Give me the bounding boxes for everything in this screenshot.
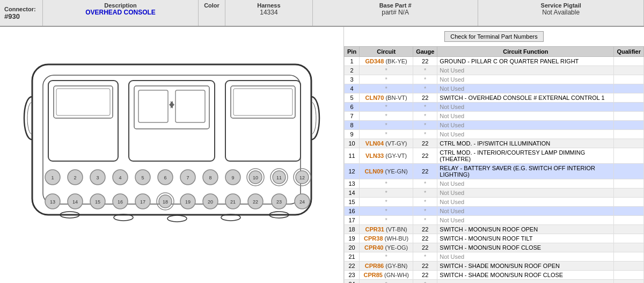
gauge: *: [413, 198, 437, 207]
pin-row-2: 13 14 15 16 17 18: [45, 193, 310, 210]
circuit-function: Not Used: [437, 103, 614, 112]
table-row: 18CPR31 (VT-BN)22SWITCH - MOON/SUN ROOF …: [345, 225, 644, 234]
qualifier: [614, 198, 644, 207]
pin-number: 7: [345, 112, 360, 121]
gauge: *: [413, 188, 437, 198]
harness-value: 14334: [230, 9, 308, 16]
circuit-code: GD348 (BK-YE): [360, 57, 413, 66]
circuit-code: CLN09 (YE-GN): [360, 164, 413, 179]
svg-text:2: 2: [74, 175, 76, 180]
pin-number: 1: [345, 57, 360, 66]
gauge: *: [413, 75, 437, 84]
gauge: 22: [413, 225, 437, 234]
pin-number: 16: [345, 207, 360, 216]
svg-text:16: 16: [118, 199, 123, 205]
pin-number: 11: [345, 148, 360, 164]
svg-text:15: 15: [95, 199, 100, 205]
pin-number: 22: [345, 262, 360, 271]
description-section: Description OVERHEAD CONSOLE: [43, 0, 199, 26]
circuit-code: CPR40 (YE-OG): [360, 243, 413, 252]
table-row: 6**Not Used: [345, 103, 644, 112]
svg-rect-5: [129, 81, 215, 161]
circuit-function: SWITCH - MOON/SUN ROOF CLOSE: [437, 243, 614, 252]
circuit-function: Not Used: [437, 75, 614, 84]
svg-text:3: 3: [96, 175, 99, 180]
table-row: 12CLN09 (YE-GN)22RELAY - BATTERY SAVER (…: [345, 164, 644, 179]
circuit-code: *: [360, 75, 413, 84]
circuit-function: SWITCH - OVERHEAD CONSOLE # EXTERNAL CON…: [437, 93, 614, 103]
svg-text:4: 4: [119, 175, 121, 180]
svg-rect-7: [138, 90, 168, 122]
circuit-code: *: [360, 216, 413, 225]
gauge: 22: [413, 164, 437, 179]
circuit-function: SWITCH - MOON/SUN ROOF OPEN: [437, 225, 614, 234]
description-label: Description: [47, 2, 194, 9]
col-pin: Pin: [345, 47, 360, 57]
circuit-code: *: [360, 103, 413, 112]
gauge: *: [413, 207, 437, 216]
pin-number: 17: [345, 216, 360, 225]
pin-number: 12: [345, 164, 360, 179]
pin-number: 10: [345, 139, 360, 148]
gauge: 22: [413, 243, 437, 252]
pin-number: 9: [345, 130, 360, 139]
pin-row-1: 1 2 3 4 5 6: [45, 169, 311, 186]
circuit-function: CTRL MOD. - IP/SWITCH ILLUMINATION: [437, 139, 614, 148]
circuit-function: Not Used: [437, 207, 614, 216]
table-row: 8**Not Used: [345, 121, 644, 130]
qualifier: [614, 234, 644, 243]
svg-text:8: 8: [209, 175, 211, 180]
circuit-code: VLN33 (GY-VT): [360, 148, 413, 164]
qualifier: [614, 57, 644, 66]
qualifier: [614, 130, 644, 139]
qualifier: [614, 216, 644, 225]
circuit-function: GROUND - PILLAR C OR QUARTER PANEL RIGHT: [437, 57, 614, 66]
svg-text:24: 24: [299, 199, 305, 205]
circuit-code: *: [360, 121, 413, 130]
svg-text:9: 9: [231, 175, 234, 180]
pin-number: 5: [345, 93, 360, 103]
table-row: 22CPR86 (GY-BN)22SWITCH - SHADE MOON/SUN…: [345, 262, 644, 271]
table-row: 16**Not Used: [345, 207, 644, 216]
svg-rect-13: [233, 89, 292, 115]
connector-label: Connector:: [4, 6, 38, 12]
table-row: 20CPR40 (YE-OG)22SWITCH - MOON/SUN ROOF …: [345, 243, 644, 252]
circuit-function: RELAY - BATTERY SAVER (E.G. SWITCH OFF I…: [437, 164, 614, 179]
gauge: *: [413, 280, 437, 284]
svg-rect-2: [48, 81, 118, 161]
svg-text:1: 1: [51, 175, 54, 180]
table-row: 2**Not Used: [345, 66, 644, 75]
svg-text:5: 5: [141, 175, 144, 180]
svg-text:10: 10: [253, 175, 258, 180]
description-value: OVERHEAD CONSOLE: [47, 9, 194, 16]
table-row: 5CLN70 (BN-VT)22SWITCH - OVERHEAD CONSOL…: [345, 93, 644, 103]
circuit-code: *: [360, 84, 413, 93]
qualifier: [614, 188, 644, 198]
table-row: 17**Not Used: [345, 216, 644, 225]
col-gauge: Gauge: [413, 47, 437, 57]
circuit-code: CPR85 (GN-WH): [360, 271, 413, 280]
circuit-code: CPR31 (VT-BN): [360, 225, 413, 234]
gauge: 22: [413, 271, 437, 280]
pin-number: 20: [345, 243, 360, 252]
circuit-code: *: [360, 112, 413, 121]
pin-number: 2: [345, 66, 360, 75]
color-label: Color: [203, 2, 221, 9]
check-terminal-button[interactable]: Check for Terminal Part Numbers: [444, 31, 543, 42]
gauge: *: [413, 66, 437, 75]
svg-rect-1: [43, 75, 301, 204]
pin-number: 13: [345, 179, 360, 188]
qualifier: [614, 112, 644, 121]
pin-number: 3: [345, 75, 360, 84]
gauge: 22: [413, 139, 437, 148]
gauge: *: [413, 121, 437, 130]
pin-number: 14: [345, 188, 360, 198]
gauge: *: [413, 84, 437, 93]
pin-number: 6: [345, 103, 360, 112]
gauge: 22: [413, 234, 437, 243]
connector-diagram: 1 2 3 4 5 6: [16, 32, 327, 252]
color-section: Color: [199, 0, 225, 26]
svg-text:6: 6: [164, 175, 166, 180]
col-circuit: Circuit: [360, 47, 413, 57]
svg-text:13: 13: [50, 199, 55, 205]
